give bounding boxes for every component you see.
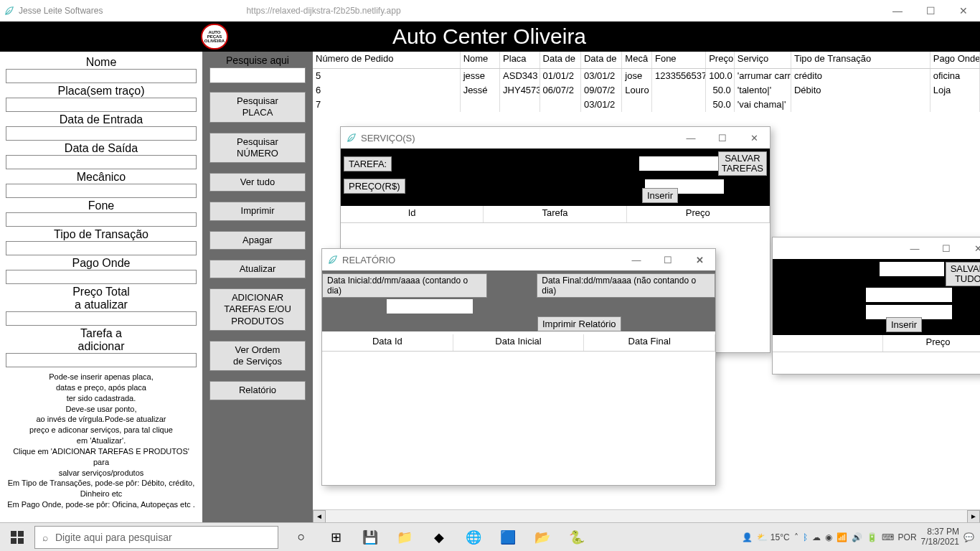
- right-minimize[interactable]: —: [899, 237, 930, 259]
- app-icon-2[interactable]: 📁: [387, 523, 422, 552]
- relatorio-maximize[interactable]: ☐: [652, 249, 684, 270]
- input-fone[interactable]: [6, 212, 197, 227]
- onedrive-icon[interactable]: ☁: [812, 532, 821, 542]
- adicionar-tarefas-button[interactable]: ADICIONAR TAREFAS E/OU PRODUTOS: [209, 288, 306, 331]
- search-input[interactable]: [209, 67, 306, 83]
- app-icon-1[interactable]: 💾: [353, 523, 387, 552]
- app-icon-4[interactable]: 🟦: [491, 523, 525, 552]
- start-button[interactable]: [0, 523, 34, 552]
- chevron-up-icon[interactable]: ˄: [794, 532, 798, 542]
- th-id[interactable]: Id: [341, 206, 484, 222]
- table-row[interactable]: 5jesseASD34301/01/203/01/2jose1233556537…: [313, 69, 980, 83]
- th-tarefa[interactable]: Tarefa: [484, 206, 626, 222]
- input-tarefa[interactable]: [6, 353, 197, 367]
- relatorio-minimize[interactable]: —: [621, 249, 652, 270]
- search-label: Pesquise aqui: [209, 55, 306, 66]
- pesquisar-placa-button[interactable]: Pesquisar PLACA: [209, 92, 306, 123]
- horizontal-scrollbar[interactable]: ◄ ►: [313, 509, 980, 522]
- th-data-entrada[interactable]: Data de: [540, 52, 581, 68]
- input-preco-total[interactable]: [6, 311, 197, 326]
- right-input-1[interactable]: [880, 262, 944, 276]
- inserir-button[interactable]: Inserir: [642, 188, 678, 203]
- volume-icon[interactable]: 🔊: [852, 532, 862, 542]
- th-data-saida[interactable]: Data de: [581, 52, 622, 68]
- chrome-icon[interactable]: 🌐: [456, 523, 491, 552]
- ver-ordem-button[interactable]: Ver Ordem de Serviços: [209, 341, 306, 372]
- input-pago-onde[interactable]: [6, 270, 197, 284]
- cell-pedido: 5: [313, 69, 461, 83]
- table-row[interactable]: 6JesséJHY457306/07/209/07/2Louro50.0'tal…: [313, 83, 980, 98]
- input-mecanico[interactable]: [6, 184, 197, 198]
- location-icon[interactable]: ◉: [825, 532, 832, 542]
- th-nome[interactable]: Nome: [461, 52, 500, 68]
- data-inicial-input[interactable]: [387, 299, 473, 314]
- th-preco[interactable]: Preço: [706, 52, 735, 68]
- people-icon[interactable]: 👤: [742, 532, 753, 542]
- language-indicator[interactable]: POR: [898, 532, 917, 542]
- relatorio-close[interactable]: ✕: [684, 249, 715, 270]
- th-pago-onde[interactable]: Pago Onde: [930, 52, 980, 68]
- cell-mec: jose: [622, 69, 652, 83]
- relatorio-button[interactable]: Relatório: [209, 381, 306, 400]
- minimize-button[interactable]: —: [881, 0, 914, 22]
- input-nome[interactable]: [6, 69, 197, 83]
- th-preco[interactable]: Preço: [627, 206, 770, 222]
- atualizar-button[interactable]: Atualizar: [209, 260, 306, 278]
- th-tipo[interactable]: Tipo de Transação: [791, 52, 930, 68]
- app-icon-3[interactable]: ◆: [422, 523, 456, 552]
- salvar-tudo-button[interactable]: SALVAR TUDO: [946, 262, 980, 286]
- input-data-saida[interactable]: [6, 155, 197, 169]
- servicos-maximize[interactable]: ☐: [707, 127, 738, 149]
- input-data-entrada[interactable]: [6, 126, 197, 141]
- salvar-tarefas-button[interactable]: SALVAR TAREFAS: [718, 151, 767, 176]
- input-tipo[interactable]: [6, 241, 197, 255]
- servicos-close[interactable]: ✕: [738, 127, 770, 149]
- th-pedido[interactable]: Número de Pedido: [313, 52, 461, 68]
- th-placa[interactable]: Placa: [500, 52, 540, 68]
- cell-fone: 12335565379: [652, 69, 706, 83]
- scroll-right-icon[interactable]: ►: [967, 510, 980, 523]
- wifi-icon[interactable]: 📶: [837, 532, 847, 542]
- apagar-button[interactable]: Apagar: [209, 231, 306, 250]
- tarefa-input[interactable]: [639, 156, 718, 171]
- th-servico[interactable]: Serviço: [735, 52, 791, 68]
- ver-tudo-button[interactable]: Ver tudo: [209, 173, 306, 192]
- maximize-button[interactable]: ☐: [914, 0, 947, 22]
- cell-de: 01/01/2: [540, 69, 581, 83]
- th-right-empty[interactable]: [773, 335, 883, 352]
- right-inserir-button[interactable]: Inserir: [886, 317, 922, 332]
- bluetooth-icon[interactable]: ᛒ: [803, 532, 808, 542]
- input-placa[interactable]: [6, 98, 197, 112]
- cell-fone: [652, 83, 706, 98]
- logo: AUTO PEÇAS OLIVEIRA: [201, 24, 228, 50]
- banner-title: Auto Center Oliveira: [228, 24, 750, 49]
- right-input-2[interactable]: [866, 288, 952, 302]
- relatorio-table-header: Data Id Data Inicial Data Final: [322, 334, 715, 352]
- battery-icon[interactable]: 🔋: [867, 532, 877, 542]
- imprimir-relatorio-button[interactable]: Imprimir Relatório: [537, 316, 621, 331]
- clock[interactable]: 8:37 PM 7/18/2021: [921, 527, 959, 546]
- th-fone[interactable]: Fone: [652, 52, 706, 68]
- right-close[interactable]: ✕: [962, 237, 980, 259]
- th-data-id[interactable]: Data Id: [322, 334, 453, 351]
- weather-widget[interactable]: ⛅ 15°C: [757, 532, 789, 542]
- right-maximize[interactable]: ☐: [930, 237, 962, 259]
- th-right-preco[interactable]: Preço: [883, 335, 980, 352]
- imprimir-button[interactable]: Imprimir: [209, 202, 306, 220]
- th-data-inicial[interactable]: Data Inicial: [453, 334, 585, 351]
- explorer-icon[interactable]: 📂: [525, 523, 560, 552]
- th-mecanico[interactable]: Mecâ: [622, 52, 652, 68]
- cell-nome: jesse: [461, 69, 500, 83]
- table-row[interactable]: 703/01/250.0'vai chama|': [313, 98, 980, 112]
- keyboard-icon[interactable]: ⌨: [882, 532, 894, 542]
- cortana-icon[interactable]: ○: [284, 523, 319, 552]
- task-view-icon[interactable]: ⊞: [319, 523, 353, 552]
- servicos-minimize[interactable]: —: [675, 127, 707, 149]
- th-data-final[interactable]: Data Final: [584, 334, 715, 351]
- scroll-left-icon[interactable]: ◄: [313, 510, 326, 523]
- taskbar-search[interactable]: ⌕ Digite aqui para pesquisar: [34, 526, 278, 549]
- notifications-icon[interactable]: 💬: [963, 532, 974, 542]
- pesquisar-numero-button[interactable]: Pesquisar NÚMERO: [209, 133, 306, 164]
- close-button[interactable]: ✕: [947, 0, 980, 22]
- python-icon[interactable]: 🐍: [560, 523, 594, 552]
